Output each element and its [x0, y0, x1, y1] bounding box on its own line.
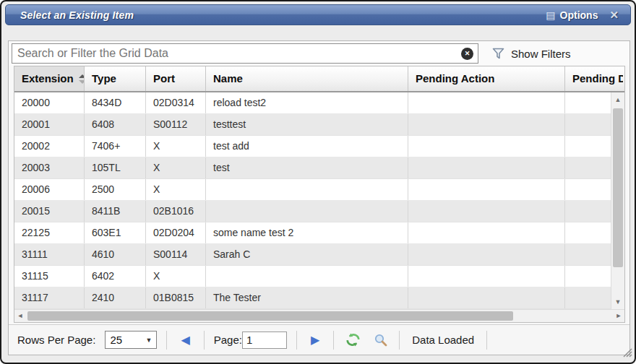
- scroll-right-icon[interactable]: ►: [613, 310, 624, 322]
- column-header-pending-action[interactable]: Pending Action: [408, 66, 565, 91]
- table-cell: [408, 114, 565, 135]
- table-cell: 20000: [14, 92, 85, 113]
- vertical-scrollbar[interactable]: ▲ ▼: [611, 92, 624, 309]
- table-cell: [565, 287, 611, 308]
- search-row: ✕ Show Filters: [9, 41, 629, 66]
- prev-page-button[interactable]: ◀: [176, 334, 194, 346]
- rows-per-page-label: Rows Per Page:: [17, 334, 95, 346]
- table-cell: 6408: [85, 114, 146, 135]
- table-cell: reload test2: [206, 92, 408, 113]
- table-cell: 2410: [85, 287, 146, 308]
- table-cell: [408, 92, 565, 113]
- dialog-titlebar[interactable]: Select an Existing Item ▤ Options ✕: [5, 4, 631, 25]
- toolbar-divider: [399, 331, 400, 350]
- toolbar-divider: [296, 331, 297, 350]
- options-grid-icon: ▤: [546, 10, 555, 20]
- table-cell: [565, 92, 611, 113]
- table-cell: 105TL: [85, 157, 146, 178]
- column-header-extension[interactable]: Extension: [14, 66, 85, 91]
- table-cell: [565, 244, 611, 265]
- dialog-content: ✕ Show Filters ExtensionTypePortNamePend…: [8, 40, 630, 355]
- table-cell: [206, 266, 408, 287]
- horizontal-scroll-thumb[interactable]: [27, 311, 513, 321]
- table-cell: 31117: [14, 287, 85, 308]
- data-grid: ExtensionTypePortNamePending ActionPendi…: [14, 66, 625, 323]
- table-cell: [565, 201, 611, 222]
- column-header-port[interactable]: Port: [146, 66, 206, 91]
- grid-body: 200008434D02D0314reload test2200016408S0…: [14, 92, 611, 309]
- table-cell: [408, 179, 565, 200]
- table-cell: 01B0815: [146, 287, 206, 308]
- close-icon[interactable]: ✕: [609, 9, 619, 20]
- table-row[interactable]: 311114610S00114Sarah C: [14, 244, 611, 266]
- table-row[interactable]: 200027406+Xtest add: [14, 136, 611, 157]
- table-cell: test add: [206, 136, 408, 157]
- table-cell: 02D0314: [146, 92, 206, 113]
- table-cell: 603E1: [85, 222, 146, 243]
- next-page-button[interactable]: ▶: [306, 334, 324, 346]
- table-cell: X: [146, 136, 206, 157]
- table-cell: 02B1016: [146, 201, 206, 222]
- refresh-icon[interactable]: [343, 332, 363, 347]
- horizontal-scrollbar[interactable]: ◄ ►: [14, 309, 624, 322]
- grid-header: ExtensionTypePortNamePending ActionPendi…: [14, 66, 624, 92]
- table-row[interactable]: 200016408S00112testtest: [14, 114, 611, 136]
- table-cell: 02D0204: [146, 222, 206, 243]
- page-input[interactable]: [242, 332, 287, 349]
- table-cell: 2500: [85, 179, 146, 200]
- search-input[interactable]: [12, 43, 478, 64]
- show-filters-button[interactable]: Show Filters: [490, 41, 571, 66]
- table-cell: [408, 157, 565, 178]
- scroll-left-icon[interactable]: ◄: [14, 310, 26, 322]
- table-cell: S00112: [146, 114, 206, 135]
- scroll-down-icon[interactable]: ▼: [611, 296, 624, 308]
- table-cell: [565, 114, 611, 135]
- options-label: Options: [560, 9, 598, 21]
- chevron-down-icon: ▼: [145, 337, 152, 344]
- rows-per-page-value: 25: [110, 334, 122, 346]
- table-cell: [408, 266, 565, 287]
- table-cell: 8411B: [85, 201, 146, 222]
- table-cell: some name test 2: [206, 222, 408, 243]
- table-cell: S00114: [146, 244, 206, 265]
- table-cell: 31115: [14, 266, 85, 287]
- resize-grip[interactable]: [621, 346, 632, 360]
- table-row[interactable]: 311156402X: [14, 266, 611, 287]
- options-button[interactable]: ▤ Options: [546, 9, 598, 21]
- table-row[interactable]: 200008434D02D0314reload test2: [14, 92, 611, 114]
- table-cell: X: [146, 179, 206, 200]
- table-cell: [565, 179, 611, 200]
- clear-search-icon[interactable]: ✕: [461, 48, 473, 60]
- table-cell: testtest: [206, 114, 408, 135]
- vertical-scroll-thumb[interactable]: [613, 108, 623, 267]
- dialog-title: Select an Existing Item: [20, 9, 134, 21]
- column-header-pending-da[interactable]: Pending Da: [565, 66, 623, 91]
- table-cell: [408, 287, 565, 308]
- sort-icon: [79, 74, 85, 84]
- table-row[interactable]: 200158411B02B1016: [14, 201, 611, 222]
- table-cell: 20015: [14, 201, 85, 222]
- column-header-name[interactable]: Name: [206, 66, 408, 91]
- column-header-label: Pending Da: [572, 66, 623, 91]
- table-cell: [565, 157, 611, 178]
- page-label: Page:: [214, 334, 242, 346]
- table-row[interactable]: 31117241001B0815The Tester: [14, 287, 611, 309]
- table-cell: [206, 179, 408, 200]
- table-cell: [206, 201, 408, 222]
- scroll-up-icon[interactable]: ▲: [611, 94, 624, 105]
- rows-per-page-select[interactable]: 25 ▼: [105, 331, 157, 349]
- column-header-type[interactable]: Type: [85, 66, 146, 91]
- table-row[interactable]: 22125603E102D0204some name test 2: [14, 222, 611, 244]
- table-cell: 4610: [85, 244, 146, 265]
- search-icon[interactable]: [372, 333, 390, 347]
- toolbar-divider: [486, 331, 487, 350]
- toolbar-divider: [333, 331, 334, 350]
- table-cell: X: [146, 157, 206, 178]
- show-filters-label: Show Filters: [511, 48, 571, 60]
- pagination-toolbar: Rows Per Page: 25 ▼ ◀ Page: ▶: [9, 324, 629, 355]
- table-row[interactable]: 200062500X: [14, 179, 611, 201]
- table-cell: X: [146, 266, 206, 287]
- column-header-label: Pending Action: [416, 66, 494, 91]
- table-row[interactable]: 20003105TLXtest: [14, 157, 611, 179]
- table-cell: 20001: [14, 114, 85, 135]
